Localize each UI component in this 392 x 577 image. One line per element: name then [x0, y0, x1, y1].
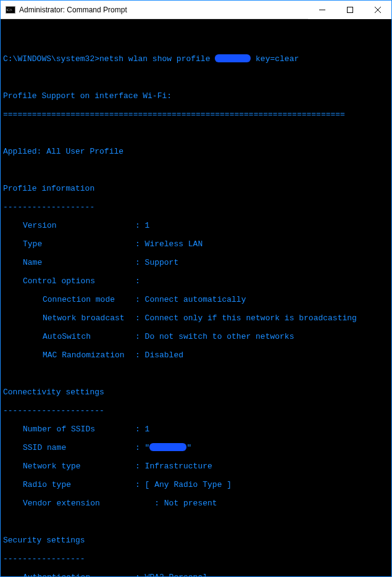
macrand-row: MAC Randomization: Disabled: [3, 351, 389, 360]
maximize-button[interactable]: [336, 1, 364, 19]
auth1-row: Authentication: WPA2-Personal: [3, 573, 389, 576]
security-divider: -----------------: [3, 554, 389, 563]
security-header: Security settings: [3, 536, 389, 545]
close-button[interactable]: [364, 1, 391, 19]
window-controls: [308, 1, 391, 19]
redacted-ssid: [149, 443, 186, 451]
connectivity-divider: ---------------------: [3, 406, 389, 415]
type-row: Type: Wireless LAN: [3, 239, 389, 249]
radiotype-row: Radio type: [ Any Radio Type ]: [3, 480, 389, 489]
svg-rect-3: [347, 7, 352, 13]
nettype-row: Network type: Infrastructure: [3, 462, 389, 471]
prompt-cwd: C:\WINDOWS\system32>: [3, 54, 99, 64]
profile-support-line: Profile Support on interface Wi-Fi:: [3, 91, 389, 101]
support-divider: ========================================…: [3, 110, 389, 119]
profile-info-divider: -------------------: [3, 202, 389, 212]
titlebar[interactable]: C:\ Administrator: Command Prompt: [1, 1, 391, 19]
autoswitch-row: AutoSwitch: Do not switch to other netwo…: [3, 332, 389, 341]
applied-line: Applied: All User Profile: [3, 147, 389, 156]
command-text-pre: netsh wlan show profile: [99, 54, 215, 64]
connectivity-header: Connectivity settings: [3, 388, 389, 397]
control-options-row: Control options:: [3, 276, 389, 286]
conn-mode-row: Connection mode: Connect automatically: [3, 295, 389, 304]
name-row: Name: Support: [3, 258, 389, 267]
version-row: Version: 1: [3, 221, 389, 230]
redacted-profile-name: [215, 54, 251, 62]
num-ssids-row: Number of SSIDs: 1: [3, 425, 389, 434]
command-text-post: key=clear: [251, 54, 299, 64]
ssid-name-row: SSID name: "": [3, 443, 389, 452]
minimize-button[interactable]: [308, 1, 336, 19]
window-title: Administrator: Command Prompt: [19, 6, 308, 14]
terminal-content[interactable]: C:\WINDOWS\system32>netsh wlan show prof…: [1, 19, 391, 576]
profile-info-header: Profile information: [3, 184, 389, 193]
svg-text:C:\: C:\: [7, 7, 12, 12]
broadcast-row: Network broadcast: Connect only if this …: [3, 313, 389, 323]
vendor-row: Vendor extension : Not present: [3, 499, 389, 508]
window-frame: C:\ Administrator: Command Prompt C:\WIN…: [0, 0, 392, 577]
command-line: C:\WINDOWS\system32>netsh wlan show prof…: [3, 54, 389, 64]
cmd-icon: C:\: [6, 5, 15, 15]
